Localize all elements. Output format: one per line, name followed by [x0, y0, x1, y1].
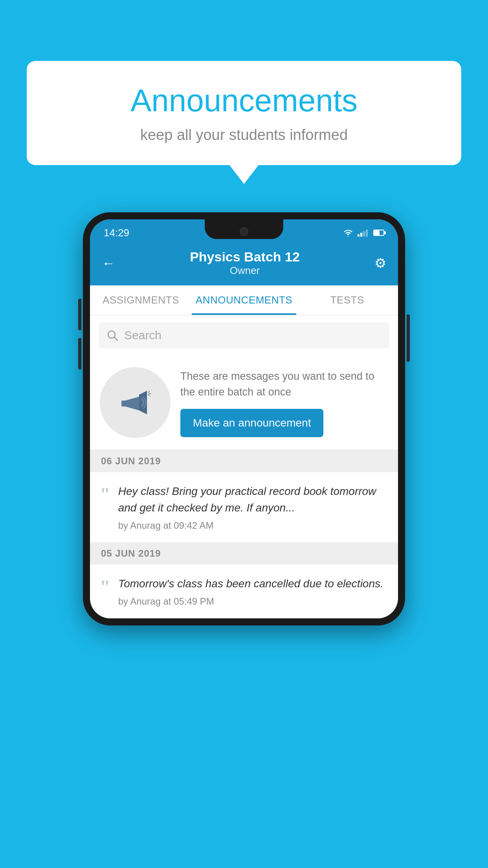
announcement-item-2[interactable]: " Tomorrow's class has been cancelled du… — [90, 565, 398, 618]
phone-notch — [205, 219, 283, 239]
megaphone-icon — [117, 385, 153, 420]
date-divider-2: 05 JUN 2019 — [90, 542, 398, 565]
tab-tests[interactable]: TESTS — [296, 285, 398, 315]
tabs-bar: ASSIGNMENTS ANNOUNCEMENTS TESTS — [90, 285, 398, 315]
search-placeholder: Search — [124, 329, 161, 342]
settings-button[interactable]: ⚙ — [374, 255, 386, 271]
speech-bubble-card: Announcements keep all your students inf… — [27, 61, 461, 165]
back-button[interactable]: ← — [102, 256, 115, 271]
promo-description: These are messages you want to send to t… — [180, 368, 388, 400]
megaphone-circle — [100, 367, 171, 438]
announcements-heading: Announcements — [50, 83, 438, 119]
make-announcement-button[interactable]: Make an announcement — [180, 409, 323, 437]
announcement-meta-2: by Anurag at 05:49 PM — [118, 596, 214, 607]
svg-rect-2 — [121, 401, 126, 406]
quote-icon: " — [100, 485, 110, 504]
tab-announcements[interactable]: ANNOUNCEMENTS — [192, 285, 296, 315]
power-button — [407, 314, 410, 362]
app-header: ← Physics Batch 12 Owner ⚙ — [90, 242, 398, 285]
volume-up-button — [78, 299, 81, 330]
announcement-item-1[interactable]: " Hey class! Bring your practical record… — [90, 472, 398, 542]
wifi-icon — [343, 228, 354, 237]
volume-down-button — [78, 338, 81, 370]
promo-content: These are messages you want to send to t… — [180, 368, 388, 437]
header-title-area: Physics Batch 12 Owner — [190, 249, 300, 277]
status-time: 14:29 — [104, 227, 129, 239]
quote-icon-2: " — [100, 577, 110, 596]
batch-title: Physics Batch 12 — [190, 249, 300, 265]
signal-strength-icon — [358, 229, 368, 237]
speech-bubble-section: Announcements keep all your students inf… — [27, 61, 461, 165]
search-bar[interactable]: Search — [99, 322, 389, 348]
phone-screen: 14:29 — [90, 219, 398, 618]
svg-line-5 — [148, 394, 150, 396]
owner-subtitle: Owner — [190, 265, 300, 277]
date-divider-1: 06 JUN 2019 — [90, 450, 398, 472]
phone-frame: 14:29 — [83, 212, 405, 625]
announcement-content-1: Hey class! Bring your practical record b… — [118, 483, 388, 531]
svg-line-3 — [148, 391, 150, 393]
tab-assignments[interactable]: ASSIGNMENTS — [90, 285, 192, 315]
announcement-text-1: Hey class! Bring your practical record b… — [118, 483, 388, 516]
announcement-content-2: Tomorrow's class has been cancelled due … — [118, 576, 388, 607]
search-container: Search — [90, 315, 398, 355]
front-camera — [240, 227, 248, 236]
phone-mockup: 14:29 — [83, 212, 405, 625]
search-icon — [106, 329, 118, 341]
announcement-meta-1: by Anurag at 09:42 AM — [118, 520, 214, 531]
svg-line-1 — [114, 337, 117, 340]
announcement-text-2: Tomorrow's class has been cancelled due … — [118, 576, 388, 592]
status-icons — [343, 228, 384, 237]
announcement-promo: These are messages you want to send to t… — [90, 355, 398, 450]
battery-icon — [373, 230, 384, 236]
announcements-tagline: keep all your students informed — [50, 127, 438, 143]
